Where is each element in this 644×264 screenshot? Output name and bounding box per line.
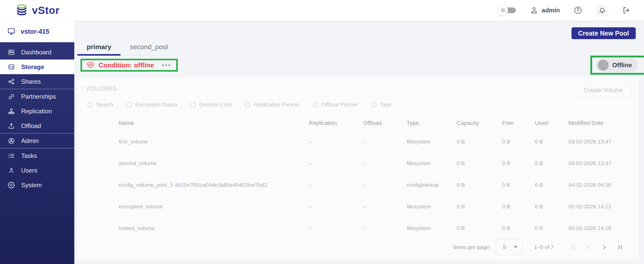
sidebar-item-replication[interactable]: Replication (0, 104, 74, 118)
sidebar-item-storage[interactable]: Storage (0, 59, 74, 74)
theme-toggle[interactable] (498, 5, 518, 16)
vstor-app: vStor admin (0, 0, 644, 264)
cell-name: second_volume (77, 152, 309, 174)
sidebar-host[interactable]: vstor-415 (0, 21, 74, 42)
sidebar-item-dashboard[interactable]: Dashboard (0, 45, 74, 59)
notifications-button[interactable] (596, 4, 608, 16)
cell-used: 0 B (535, 196, 568, 217)
upload-icon (8, 122, 15, 130)
cell-type: filesystem (407, 131, 457, 152)
username: admin (542, 7, 560, 14)
cell-modified: 03-02-2026 13:47 (568, 152, 639, 174)
theme-toggle-thumb[interactable] (498, 5, 508, 15)
table-row[interactable]: config_volume_pool_1-4b11e7f95ca04de3a85… (77, 174, 639, 196)
users-icon (8, 167, 15, 174)
cell-type: filesystem (407, 217, 457, 239)
filter-search[interactable]: Search (87, 101, 114, 108)
column-free: Free (502, 115, 535, 131)
previous-page-icon (585, 244, 592, 251)
radio-icon[interactable] (126, 102, 132, 107)
page-range-label: 1–5 of 7 (534, 244, 554, 250)
filter-label: Replication Partner (254, 101, 300, 108)
help-button[interactable] (572, 4, 584, 16)
logout-button[interactable] (620, 4, 633, 16)
pool-condition-status: Condition: offline (99, 61, 154, 69)
cell-modified: 03-02-2026 13:47 (568, 131, 639, 152)
next-page-button[interactable] (597, 241, 612, 253)
sidebar-item-system[interactable]: System (0, 178, 74, 192)
table-row[interactable]: encrypted_volume – – filesystem 0 B 0 B … (77, 196, 639, 217)
cell-modified: 05-02-2026 14:16 (568, 217, 639, 239)
cell-name: locked_volume (77, 217, 309, 239)
table-row[interactable]: locked_volume – – filesystem 0 B 0 B 0 B… (77, 217, 639, 239)
column-name: Name (77, 115, 309, 131)
cell-capacity: 0 B (457, 196, 502, 217)
filter-label: Deletion Lock (199, 101, 232, 108)
sidebar-item-offload[interactable]: Offload (0, 118, 74, 133)
pool-online-toggle[interactable]: Offline (596, 58, 638, 72)
filter-deletion-lock[interactable]: Deletion Lock (190, 101, 232, 108)
volumes-table: Name Replication Offload Type Capacity F… (77, 115, 639, 239)
column-modified-date: Modified Date (568, 115, 639, 131)
heart-pulse-icon (87, 61, 94, 69)
filter-encryption-status[interactable]: Encryption Status (126, 101, 178, 108)
filter-replication-partner[interactable]: Replication Partner (245, 101, 300, 108)
sidebar-item-shares[interactable]: Shares (0, 74, 74, 89)
radio-icon[interactable] (313, 102, 318, 107)
volumes-header: VOLUMES Create Volume (77, 77, 639, 92)
cell-capacity: 0 B (457, 217, 502, 239)
help-icon (574, 6, 582, 15)
table-row[interactable]: second_volume – – filesystem 0 B 0 B 0 B… (77, 152, 639, 174)
radio-icon[interactable] (190, 102, 196, 107)
filter-label: Offload Partner (321, 101, 358, 108)
cell-free: 0 B (502, 196, 535, 217)
filter-offload-partner[interactable]: Offload Partner (313, 101, 358, 108)
cell-offload: – (363, 152, 407, 174)
cell-offload: – (363, 174, 407, 196)
first-page-button[interactable] (566, 241, 581, 253)
column-replication: Replication (309, 115, 363, 131)
more-options-icon (162, 64, 171, 67)
radio-icon[interactable] (245, 102, 250, 107)
volumes-title: VOLUMES (86, 85, 631, 92)
sitemap-icon (8, 108, 15, 115)
sidebar-item-tasks[interactable]: Tasks (0, 148, 74, 163)
top-header: vStor admin (0, 0, 644, 21)
theme-gear-icon (500, 7, 506, 13)
sidebar-item-label: Admin (21, 137, 39, 144)
cell-type: configbackup (407, 174, 457, 196)
host-name: vstor-415 (21, 28, 49, 35)
sidebar-item-label: Partnerships (21, 93, 56, 100)
sidebar-item-label: Users (21, 167, 37, 174)
user-menu[interactable]: admin (530, 6, 560, 15)
tab-second-pool[interactable]: second_pool (120, 39, 177, 55)
first-page-icon (570, 244, 577, 251)
filter-type[interactable]: Type (371, 101, 392, 108)
tab-primary[interactable]: primary (77, 39, 120, 55)
sidebar-item-admin[interactable]: Admin (0, 133, 74, 148)
last-page-button[interactable] (612, 241, 627, 253)
logout-icon (622, 6, 631, 15)
create-volume-button[interactable]: Create Volume (576, 83, 631, 97)
cell-offload: – (363, 196, 407, 217)
cell-used: 0 B (535, 217, 568, 239)
column-used: Used (535, 115, 568, 131)
create-new-pool-button[interactable]: Create New Pool (571, 27, 636, 39)
cell-name: encrypted_volume (77, 196, 309, 217)
pool-more-options-button[interactable] (162, 64, 171, 67)
table-row[interactable]: first_volume – – filesystem 0 B 0 B 0 B … (77, 131, 639, 152)
cell-capacity: 0 B (457, 131, 502, 152)
cell-used: 0 B (535, 174, 568, 196)
page-size-select[interactable]: 5 (496, 239, 523, 255)
sidebar-item-users[interactable]: Users (0, 163, 74, 178)
toggle-knob[interactable] (598, 60, 609, 71)
sidebar: vstor-415 Dashboard Storage (0, 21, 74, 264)
sidebar-item-label: Dashboard (21, 49, 51, 56)
sidebar-item-partnerships[interactable]: Partnerships (0, 89, 74, 104)
cell-used: 0 B (535, 131, 568, 152)
radio-icon[interactable] (371, 102, 376, 107)
filter-label: Search (96, 101, 114, 108)
column-type: Type (407, 115, 457, 131)
radio-icon[interactable] (87, 102, 93, 107)
previous-page-button[interactable] (581, 241, 597, 253)
